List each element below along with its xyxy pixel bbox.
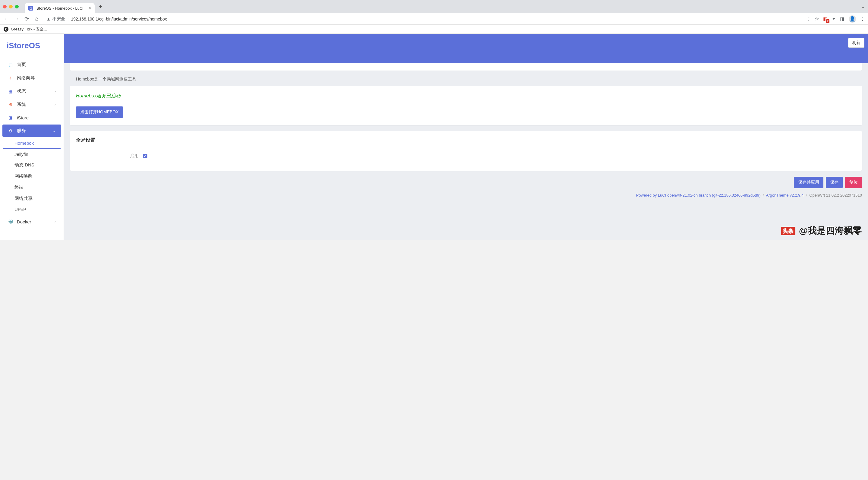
close-window-icon[interactable] <box>3 5 7 8</box>
status-text: Homebox服务已启动 <box>76 93 856 99</box>
back-button[interactable]: ← <box>3 16 9 22</box>
favicon-icon: ◻ <box>28 6 33 10</box>
footer-openwrt: OpenWrt 21.02.2 2022071510 <box>809 193 862 198</box>
chevron-down-icon: ⌄ <box>53 129 56 133</box>
browser-toolbar: ← → ⟳ ⌂ ▲ 不安全 | 192.168.100.1/cgi-bin/lu… <box>0 13 868 25</box>
page-description: Homebox是一个局域网测速工具 <box>70 77 862 86</box>
warning-icon: ▲ <box>46 17 51 22</box>
maximize-window-icon[interactable] <box>15 5 19 8</box>
sidebar-subitem-samba[interactable]: 网络共享 <box>0 193 64 204</box>
sidebar-subitem-jellyfin[interactable]: Jellyfin <box>0 149 64 159</box>
new-tab-button[interactable]: + <box>99 4 102 10</box>
sidebar-item-services[interactable]: ⚙ 服务 ⌄ <box>2 124 61 137</box>
sidebar-subitem-ddns[interactable]: 动态 DNS <box>0 159 64 171</box>
wizard-icon: ✧ <box>8 76 13 81</box>
minimize-window-icon[interactable] <box>9 5 13 8</box>
sidebar-item-docker[interactable]: 🐳 Docker › <box>2 216 61 228</box>
chevron-right-icon: › <box>55 219 56 224</box>
extensions-icon[interactable]: ✦ <box>832 16 836 22</box>
close-tab-icon[interactable]: × <box>88 5 91 11</box>
sidebar-item-label: 服务 <box>17 128 26 133</box>
reset-button[interactable]: 复位 <box>845 177 862 188</box>
sidebar-item-label: Docker <box>17 219 31 224</box>
refresh-button[interactable]: 刷新 <box>848 38 864 48</box>
header-banner: 刷新 <box>64 34 868 63</box>
main-content: 刷新 Homebox Homebox是一个局域网测速工具 Homebox服务已启… <box>64 34 868 240</box>
watermark: 头条 @我是四海飘零 <box>781 224 862 237</box>
tab-title: iStoreOS - Homebox - LuCI <box>36 6 84 10</box>
enable-setting-row: 启用 ✓ <box>76 153 856 158</box>
extension-badge: 2 <box>826 19 830 23</box>
store-icon: ▣ <box>8 115 13 120</box>
gear-icon: ⚙ <box>8 102 13 107</box>
save-apply-button[interactable]: 保存并应用 <box>794 177 824 188</box>
sidebar-item-label: iStore <box>17 115 29 120</box>
browser-tab[interactable]: ◻ iStoreOS - Homebox - LuCI × <box>25 3 95 13</box>
browser-tab-strip: ◻ iStoreOS - Homebox - LuCI × + ⌄ <box>0 0 868 13</box>
sidebar-item-label: 系统 <box>17 101 26 107</box>
sidebar-item-system[interactable]: ⚙ 系统 › <box>2 98 61 111</box>
separator: / <box>763 193 764 198</box>
window-controls <box>3 5 19 8</box>
sidebar-item-home[interactable]: ▢ 首页 <box>2 59 61 71</box>
watermark-brand-icon: 头条 <box>781 227 795 235</box>
docker-icon: 🐳 <box>8 219 13 224</box>
sidebar-item-label: 首页 <box>17 62 26 67</box>
open-homebox-button[interactable]: 点击打开HOMEBOX <box>76 107 123 118</box>
sidebar-item-label: 状态 <box>17 88 26 94</box>
menu-icon[interactable]: ⋮ <box>860 16 865 22</box>
section-title: 全局设置 <box>76 137 856 144</box>
services-icon: ⚙ <box>8 128 13 133</box>
bookmark-favicon-icon: ◐ <box>4 27 8 32</box>
footer-luci-link[interactable]: Powered by LuCI openwrt-21.02-cn branch … <box>636 193 761 198</box>
bookmark-star-icon[interactable]: ☆ <box>815 16 819 22</box>
profile-avatar[interactable]: 👤 <box>849 16 856 23</box>
insecure-label: 不安全 <box>53 16 65 22</box>
share-icon[interactable]: ⇧ <box>807 16 810 22</box>
home-button[interactable]: ⌂ <box>34 16 40 22</box>
enable-checkbox[interactable]: ✓ <box>143 154 147 158</box>
save-button[interactable]: 保存 <box>826 177 843 188</box>
toolbar-actions: ⇧ ☆ ◧ 2 ✦ ◨ 👤 ⋮ <box>807 16 865 23</box>
security-indicator[interactable]: ▲ 不安全 <box>46 16 65 22</box>
home-icon: ▢ <box>8 62 13 67</box>
sidebar-subitem-wol[interactable]: 网络唤醒 <box>0 171 64 182</box>
sidebar-item-label: 网络向导 <box>17 75 35 81</box>
extension-icon[interactable]: ◧ 2 <box>823 16 828 22</box>
url-text: 192.168.100.1/cgi-bin/luci/admin/service… <box>71 17 167 22</box>
status-icon: ▦ <box>8 89 13 94</box>
address-bar[interactable]: ▲ 不安全 | 192.168.100.1/cgi-bin/luci/admin… <box>44 16 802 22</box>
sidebar: iStoreOS ▢ 首页 ✧ 网络向导 ▦ 状态 › ⚙ 系统 › ▣ iSt… <box>0 34 64 240</box>
bookmarks-bar: ◐ Greasy Fork - 安全... <box>0 25 868 34</box>
chevron-right-icon: › <box>55 102 56 107</box>
action-buttons: 保存并应用 保存 复位 <box>64 177 868 191</box>
app-container: iStoreOS ▢ 首页 ✧ 网络向导 ▦ 状态 › ⚙ 系统 › ▣ iSt… <box>0 34 868 240</box>
brand-logo[interactable]: iStoreOS <box>0 39 64 58</box>
sidebar-subitem-terminal[interactable]: 终端 <box>0 182 64 193</box>
chevron-right-icon: › <box>55 89 56 93</box>
bookmark-item[interactable]: Greasy Fork - 安全... <box>11 27 47 32</box>
forward-button[interactable]: → <box>13 16 19 22</box>
sidebar-subitem-upnp[interactable]: UPnP <box>0 204 64 215</box>
sidebar-item-status[interactable]: ▦ 状态 › <box>2 85 61 97</box>
enable-label: 启用 <box>130 153 138 158</box>
sidebar-subitem-homebox[interactable]: Homebox <box>3 138 61 149</box>
chevron-down-icon[interactable]: ⌄ <box>861 4 865 9</box>
reload-button[interactable]: ⟳ <box>24 16 30 22</box>
settings-card: 全局设置 启用 ✓ <box>70 131 862 171</box>
footer-theme-link[interactable]: ArgonTheme v2.2.9.4 <box>766 193 804 198</box>
sidepanel-icon[interactable]: ◨ <box>840 16 844 22</box>
footer: Powered by LuCI openwrt-21.02-cn branch … <box>64 191 868 199</box>
separator: | <box>67 17 69 22</box>
sidebar-item-istore[interactable]: ▣ iStore <box>2 112 61 124</box>
status-card: Homebox服务已启动 点击打开HOMEBOX <box>70 86 862 125</box>
sidebar-item-wizard[interactable]: ✧ 网络向导 <box>2 72 61 84</box>
separator: / <box>806 193 807 198</box>
watermark-text: @我是四海飘零 <box>799 224 862 237</box>
